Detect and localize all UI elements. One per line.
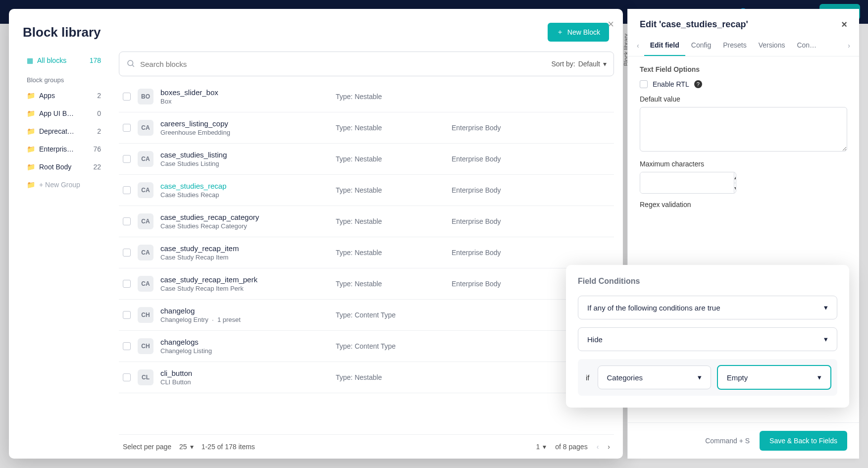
block-list: BO boxes_slider_box Box Type: Nestable C… [119, 81, 614, 434]
nav-group-item[interactable]: 📁Enterpris…76 [23, 140, 105, 158]
rtl-checkbox[interactable] [640, 80, 648, 88]
block-row[interactable]: CA case_studies_recap_category Case Stud… [119, 206, 614, 237]
new-group-button[interactable]: 📁 + New Group [23, 176, 105, 194]
save-button[interactable]: Save & Back to Fields [760, 431, 847, 451]
sort-label: Sort by: [551, 60, 575, 68]
block-row[interactable]: CA case_studies_recap Case Studies Recap… [119, 175, 614, 206]
preset-badge: · 1 preset [208, 316, 241, 323]
stepper-up-icon[interactable]: ▴ [734, 172, 736, 183]
nav-group-item[interactable]: 📁App UI B…0 [23, 104, 105, 122]
field-conditions-card: Field Conditions If any of the following… [566, 265, 849, 408]
prev-page-icon[interactable]: ‹ [597, 443, 599, 451]
block-row[interactable]: CL cli_button CLI Button Type: Nestable [119, 362, 614, 393]
page-select[interactable]: 1 ▾ [536, 443, 546, 451]
chevron-down-icon: ▾ [603, 60, 607, 68]
block-row[interactable]: CA case_study_recap_item Case Study Reca… [119, 237, 614, 268]
block-avatar: CA [138, 120, 153, 136]
nav-all-count: 178 [90, 56, 101, 64]
row-checkbox[interactable] [123, 217, 131, 225]
block-row[interactable]: BO boxes_slider_box Box Type: Nestable [119, 81, 614, 112]
block-row[interactable]: CH changelogs Changelog Listing Type: Co… [119, 331, 614, 362]
row-checkbox[interactable] [123, 155, 131, 163]
of-pages-label: of 8 pages [555, 443, 587, 451]
block-name: case_studies_recap_category [160, 213, 329, 221]
panel-tab[interactable]: Edit field [644, 35, 685, 56]
nav-group-item[interactable]: 📁Apps2 [23, 87, 105, 104]
condition-field-select[interactable]: Categories ▾ [598, 365, 711, 389]
sort-by-dropdown[interactable]: Sort by: Default ▾ [551, 60, 607, 68]
panel-tab[interactable]: Config [685, 35, 717, 56]
block-type: Type: Nestable [336, 155, 445, 163]
block-row[interactable]: CH changelog Changelog Entry · 1 preset … [119, 300, 614, 331]
default-value-label: Default value [640, 95, 847, 103]
search-icon [126, 59, 135, 69]
row-checkbox[interactable] [123, 280, 131, 288]
nav-group-count: 2 [97, 92, 101, 100]
row-checkbox[interactable] [123, 373, 131, 381]
folder-icon: 📁 [27, 181, 35, 189]
per-page-select[interactable]: 25 ▾ [179, 443, 194, 451]
nav-group-item[interactable]: 📁Deprecat…2 [23, 122, 105, 140]
condition-action-value: Hide [587, 335, 603, 344]
new-group-label: + New Group [39, 181, 80, 189]
help-icon[interactable]: ? [694, 80, 702, 88]
panel-tab[interactable]: Con… [791, 35, 822, 56]
block-avatar: CA [138, 182, 153, 198]
row-checkbox[interactable] [123, 249, 131, 257]
block-row[interactable]: CA careers_listing_copy Greenhouse Embed… [119, 112, 614, 144]
row-checkbox[interactable] [123, 311, 131, 319]
condition-operator-select[interactable]: Empty ▾ [717, 365, 831, 390]
panel-tabs: ‹ Edit fieldConfigPresetsVersionsCon… › [628, 35, 859, 56]
block-name: careers_listing_copy [160, 119, 329, 128]
nav-all-blocks[interactable]: ▦ All blocks 178 [23, 52, 105, 69]
block-group: Enterprise Body [452, 124, 501, 132]
new-block-button[interactable]: ＋ New Block [548, 23, 609, 42]
block-name: case_study_recap_item [160, 244, 329, 253]
max-chars-field[interactable] [640, 172, 734, 193]
block-subtitle: Greenhouse Embedding [160, 129, 329, 136]
nav-group-count: 76 [93, 145, 101, 153]
block-type: Type: Nestable [336, 186, 445, 194]
tabs-next-icon[interactable]: › [845, 42, 853, 50]
block-avatar: CA [138, 151, 153, 167]
block-type: Type: Content Type [336, 311, 445, 319]
panel-title: Edit 'case_studies_recap' [640, 19, 748, 30]
search-row: Sort by: Default ▾ [119, 52, 614, 76]
max-chars-input[interactable]: ▴ ▾ [640, 172, 736, 194]
nav-group-count: 0 [97, 109, 101, 117]
block-name: cli_button [160, 369, 329, 377]
block-type: Type: Content Type [336, 342, 445, 350]
search-input[interactable] [140, 60, 551, 68]
range-label: 1-25 of 178 items [202, 443, 255, 451]
chevron-down-icon: ▾ [817, 373, 821, 382]
panel-tab[interactable]: Presets [717, 35, 752, 56]
condition-action-select[interactable]: Hide ▾ [578, 327, 837, 351]
block-subtitle: Case Studies Listing [160, 160, 329, 167]
block-type: Type: Nestable [336, 124, 445, 132]
tabs-prev-icon[interactable]: ‹ [634, 42, 642, 50]
section-label: Text Field Options [640, 65, 847, 73]
close-icon[interactable]: × [608, 18, 614, 31]
row-checkbox[interactable] [123, 342, 131, 350]
row-checkbox[interactable] [123, 93, 131, 101]
close-icon[interactable]: × [841, 19, 847, 30]
panel-tab[interactable]: Versions [753, 35, 791, 56]
next-page-icon[interactable]: › [608, 443, 610, 451]
nav-group-item[interactable]: 📁Root Body22 [23, 158, 105, 176]
stepper-down-icon[interactable]: ▾ [734, 183, 736, 194]
default-value-input[interactable] [640, 107, 847, 152]
blocks-icon: ▦ [27, 56, 33, 64]
per-page-label: Select per page [123, 443, 171, 451]
enable-rtl-row[interactable]: Enable RTL ? [640, 80, 847, 88]
block-avatar: BO [138, 89, 153, 104]
block-row[interactable]: CA case_study_recap_item_perk Case Study… [119, 268, 614, 300]
block-row[interactable]: CA case_studies_listing Case Studies Lis… [119, 144, 614, 175]
row-checkbox[interactable] [123, 186, 131, 194]
condition-mode-select[interactable]: If any of the following conditions are t… [578, 296, 837, 319]
condition-field-value: Categories [607, 373, 643, 382]
row-checkbox[interactable] [123, 124, 131, 132]
condition-operator-value: Empty [727, 373, 748, 382]
nav-group-label: Root Body [39, 163, 71, 171]
block-type: Type: Nestable [336, 280, 445, 288]
block-avatar: CH [138, 307, 153, 323]
